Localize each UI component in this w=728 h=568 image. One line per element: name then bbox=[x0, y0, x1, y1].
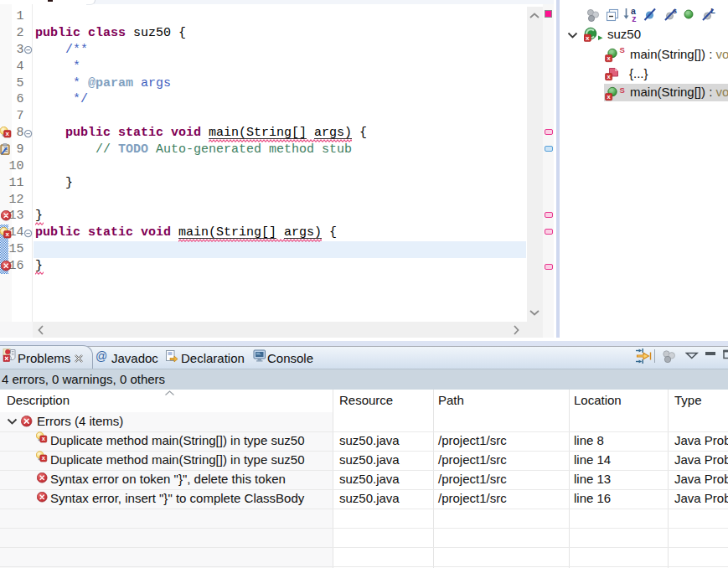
svg-text:z: z bbox=[632, 13, 636, 23]
svg-text:x: x bbox=[6, 130, 10, 137]
svg-text:x: x bbox=[586, 34, 590, 42]
svg-text:x: x bbox=[6, 230, 10, 238]
